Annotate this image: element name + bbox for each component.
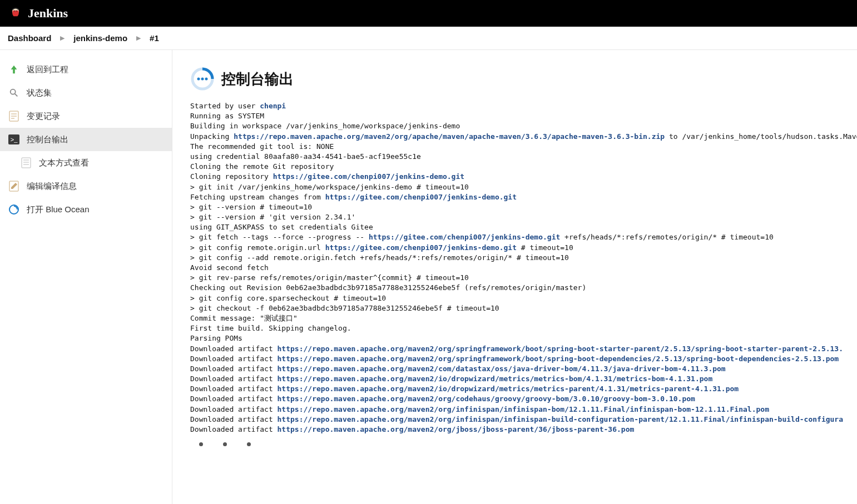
terminal-icon: >_ bbox=[8, 133, 20, 146]
console-line: Downloaded artifact https://repo.maven.a… bbox=[190, 394, 857, 404]
svg-point-3 bbox=[11, 89, 16, 94]
console-line: > git checkout -f 0eb62ae3badbdc3b97185a… bbox=[190, 303, 857, 313]
console-link[interactable]: https://gitee.com/chenpi007/jenkins-demo… bbox=[369, 233, 560, 241]
up-arrow-icon bbox=[8, 63, 20, 76]
sidebar-item-changes[interactable]: 变更记录 bbox=[0, 104, 172, 128]
console-link[interactable]: https://repo.maven.apache.org/maven2/org… bbox=[278, 355, 839, 363]
console-link[interactable]: https://repo.maven.apache.org/maven2/org… bbox=[278, 425, 635, 433]
console-line: > git init /var/jenkins_home/workspace/j… bbox=[190, 182, 857, 192]
breadcrumb-job[interactable]: jenkins-demo bbox=[73, 33, 127, 43]
console-line: > git rev-parse refs/remotes/origin/mast… bbox=[190, 273, 857, 283]
sidebar-item-label: 控制台输出 bbox=[27, 134, 68, 145]
svg-line-4 bbox=[15, 94, 18, 97]
svg-rect-9 bbox=[22, 158, 31, 168]
main-content: 控制台输出 Started by user chenpiRunning as S… bbox=[172, 50, 857, 504]
console-line: Downloaded artifact https://repo.maven.a… bbox=[190, 384, 857, 394]
console-link[interactable]: https://repo.maven.apache.org/maven2/org… bbox=[278, 415, 843, 423]
breadcrumb-sep-icon: ▶ bbox=[60, 34, 65, 42]
console-link[interactable]: https://repo.maven.apache.org/maven2/org… bbox=[278, 345, 843, 353]
console-link[interactable]: https://gitee.com/chenpi007/jenkins-demo… bbox=[325, 193, 517, 201]
console-line: Started by user chenpi bbox=[190, 101, 857, 111]
svg-point-2 bbox=[16, 11, 17, 12]
console-line: > git config core.sparsecheckout # timeo… bbox=[190, 293, 857, 303]
console-line: Fetching upstream changes from https://g… bbox=[190, 192, 857, 202]
console-line: Downloaded artifact https://repo.maven.a… bbox=[190, 364, 857, 374]
sidebar-item-console-output[interactable]: >_ 控制台输出 bbox=[0, 128, 172, 151]
breadcrumb: Dashboard ▶ jenkins-demo ▶ #1 bbox=[0, 27, 857, 50]
jenkins-logo-icon bbox=[8, 6, 23, 21]
console-link[interactable]: https://repo.maven.apache.org/maven2/org… bbox=[278, 405, 769, 413]
brand-text: Jenkins bbox=[28, 6, 68, 21]
console-line: Downloaded artifact https://repo.maven.a… bbox=[190, 415, 857, 425]
breadcrumb-build[interactable]: #1 bbox=[150, 33, 159, 43]
console-line: using credential 80aafa80-aa34-4541-bae5… bbox=[190, 152, 857, 162]
sidebar-item-status[interactable]: 状态集 bbox=[0, 81, 172, 104]
console-line: > git config --add remote.origin.fetch +… bbox=[190, 253, 857, 263]
console-line: First time build. Skipping changelog. bbox=[190, 323, 857, 333]
app-header: Jenkins bbox=[0, 0, 857, 27]
loading-indicator-icon bbox=[190, 442, 857, 446]
svg-point-19 bbox=[205, 78, 208, 81]
console-line: Cloning repository https://gitee.com/che… bbox=[190, 172, 857, 182]
console-line: Downloaded artifact https://repo.maven.a… bbox=[190, 405, 857, 415]
sidebar-item-label: 文本方式查看 bbox=[39, 158, 89, 168]
page-icon bbox=[20, 157, 32, 169]
console-line: > git fetch --tags --force --progress --… bbox=[190, 232, 857, 242]
console-line: Checking out Revision 0eb62ae3badbdc3b97… bbox=[190, 283, 857, 293]
console-link[interactable]: https://repo.maven.apache.org/maven2/io/… bbox=[278, 375, 713, 383]
console-line: using GIT_ASKPASS to set credentials Git… bbox=[190, 222, 857, 232]
console-line: > git --version # 'git version 2.34.1' bbox=[190, 212, 857, 222]
sidebar-item-view-as-text[interactable]: 文本方式查看 bbox=[0, 151, 172, 174]
sidebar-item-label: 变更记录 bbox=[27, 111, 60, 122]
blue-ocean-icon bbox=[8, 203, 20, 216]
console-line: The recommended git tool is: NONE bbox=[190, 142, 857, 152]
search-icon bbox=[8, 87, 20, 99]
console-link[interactable]: https://repo.maven.apache.org/maven2/io/… bbox=[278, 385, 739, 393]
sidebar-item-label: 编辑编译信息 bbox=[27, 181, 77, 192]
console-line: Cloning the remote Git repository bbox=[190, 162, 857, 172]
svg-point-18 bbox=[201, 78, 204, 81]
console-link[interactable]: https://repo.maven.apache.org/maven2/com… bbox=[278, 365, 726, 373]
sidebar: 返回到工程 状态集 变更记录 >_ 控制台输出 文本方式查看 bbox=[0, 50, 172, 504]
console-link[interactable]: https://gitee.com/chenpi007/jenkins-demo… bbox=[273, 172, 464, 181]
console-line: Downloaded artifact https://repo.maven.a… bbox=[190, 374, 857, 384]
console-link[interactable]: https://repo.maven.apache.org/maven2/org… bbox=[234, 132, 665, 141]
console-output: Started by user chenpiRunning as SYSTEMB… bbox=[190, 101, 857, 435]
sidebar-item-label: 打开 Blue Ocean bbox=[27, 204, 90, 215]
document-icon bbox=[8, 110, 20, 122]
console-link[interactable]: https://repo.maven.apache.org/maven2/org… bbox=[278, 395, 695, 403]
jenkins-logo-link[interactable]: Jenkins bbox=[8, 6, 68, 21]
sidebar-item-edit-build-info[interactable]: 编辑编译信息 bbox=[0, 174, 172, 198]
svg-point-17 bbox=[197, 78, 200, 81]
console-line: Downloaded artifact https://repo.maven.a… bbox=[190, 354, 857, 364]
console-line: Parsing POMs bbox=[190, 333, 857, 343]
sidebar-item-back-to-project[interactable]: 返回到工程 bbox=[0, 58, 172, 81]
console-link[interactable]: chenpi bbox=[260, 102, 286, 110]
console-line: Avoid second fetch bbox=[190, 263, 857, 273]
console-line: Building in workspace /var/jenkins_home/… bbox=[190, 121, 857, 131]
console-line: Unpacking https://repo.maven.apache.org/… bbox=[190, 132, 857, 142]
svg-point-1 bbox=[14, 11, 15, 12]
console-line: > git config remote.origin.url https://g… bbox=[190, 243, 857, 253]
console-line: Commit message: "测试接口" bbox=[190, 313, 857, 323]
console-line: Running as SYSTEM bbox=[190, 111, 857, 121]
console-link[interactable]: https://gitee.com/chenpi007/jenkins-demo… bbox=[325, 243, 517, 252]
console-line: Downloaded artifact https://repo.maven.a… bbox=[190, 344, 857, 354]
breadcrumb-sep-icon: ▶ bbox=[136, 34, 141, 42]
console-line: > git --version # timeout=10 bbox=[190, 202, 857, 212]
breadcrumb-dashboard[interactable]: Dashboard bbox=[8, 33, 51, 43]
build-running-spinner-icon bbox=[190, 67, 215, 91]
sidebar-item-blue-ocean[interactable]: 打开 Blue Ocean bbox=[0, 198, 172, 221]
sidebar-item-label: 返回到工程 bbox=[27, 64, 68, 75]
edit-icon bbox=[8, 180, 20, 192]
sidebar-item-label: 状态集 bbox=[27, 88, 52, 98]
page-title: 控制台输出 bbox=[221, 69, 294, 89]
console-line: Downloaded artifact https://repo.maven.a… bbox=[190, 425, 857, 435]
